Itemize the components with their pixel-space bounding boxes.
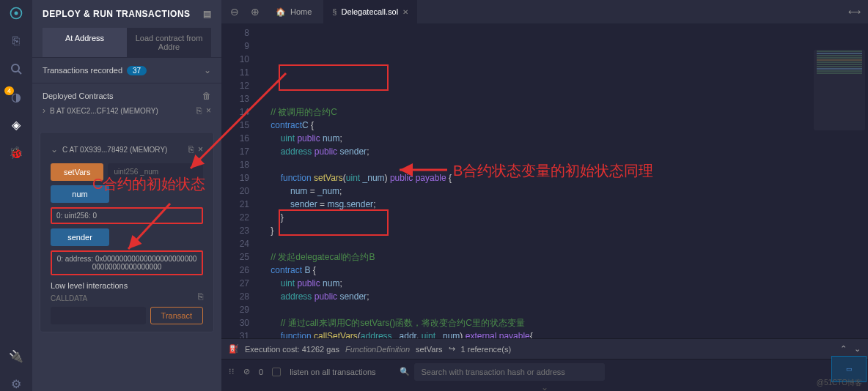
panel-title-text: DEPLOY & RUN TRANSACTIONS bbox=[43, 9, 191, 19]
def-kind: FunctionDefinition bbox=[345, 345, 410, 354]
left-icon-rail: ⎘ 4◑ ◈ 🐞 🔌 ⚙ bbox=[0, 0, 32, 391]
contract-c-row[interactable]: ⌄ C AT 0X939...78492 (MEMORY) ⎘ × bbox=[51, 140, 203, 159]
chevron-down-icon[interactable]: ⌄ bbox=[854, 344, 861, 354]
debugger-icon[interactable]: 🐞 bbox=[9, 145, 23, 160]
code-content[interactable]: // 被调用的合约C contractC { uint public num; … bbox=[257, 23, 868, 338]
num-result: 0: uint256: 0 bbox=[51, 207, 203, 224]
line-gutter: 8910111213141516171819202122232425262728… bbox=[221, 23, 257, 338]
terminal-menu-icon[interactable]: ⁝⁝ bbox=[229, 367, 235, 376]
execution-cost: Execution cost: 41262 gas bbox=[245, 345, 339, 354]
references-count[interactable]: 1 reference(s) bbox=[461, 345, 511, 354]
tab-home[interactable]: 🏠Home bbox=[267, 0, 320, 23]
expand-icon[interactable]: ⟷ bbox=[848, 7, 861, 17]
zoom-in-icon[interactable]: ⊕ bbox=[246, 6, 264, 18]
minimap[interactable] bbox=[814, 50, 865, 130]
copy-icon[interactable]: ⎘ bbox=[188, 144, 194, 154]
listen-checkbox[interactable] bbox=[272, 368, 281, 376]
panel-title: DEPLOY & RUN TRANSACTIONS ▤ bbox=[32, 0, 221, 28]
chevron-up-icon[interactable]: ⌃ bbox=[840, 344, 847, 354]
tab-file[interactable]: §Delegatecall.sol✕ bbox=[323, 0, 417, 23]
tab-home-label: Home bbox=[290, 7, 312, 16]
setvars-input[interactable]: uint256 _num bbox=[108, 163, 203, 181]
sender-result: 0: address: 0x00000000000000000000000000… bbox=[51, 250, 203, 275]
terminal-bar: ⁝⁝ ⊘ 0 listen on all transactions 🔍 bbox=[221, 359, 868, 384]
drag-handle[interactable]: ⌄ bbox=[221, 384, 868, 391]
address-tabs: At Address Load contract from Addre bbox=[43, 28, 211, 57]
execution-bar: ⛽ Execution cost: 41262 gas FunctionDefi… bbox=[221, 338, 868, 359]
deploy-run-panel: DEPLOY & RUN TRANSACTIONS ▤ At Address L… bbox=[32, 0, 221, 391]
tab-at-address[interactable]: At Address bbox=[43, 28, 127, 57]
warning-badge: 4 bbox=[4, 86, 14, 95]
num-button[interactable]: num bbox=[51, 185, 109, 203]
low-level-label: Low level interactions bbox=[51, 281, 203, 290]
files-icon[interactable]: ⎘ bbox=[9, 34, 23, 48]
deploy-icon[interactable]: ◈ bbox=[9, 117, 23, 132]
annotation-box-c-vars bbox=[279, 64, 389, 91]
redo-icon[interactable]: ↪ bbox=[449, 344, 455, 354]
search-icon[interactable]: 🔍 bbox=[400, 367, 410, 376]
chevron-right-icon[interactable]: › bbox=[43, 105, 45, 116]
book-icon[interactable]: ▤ bbox=[203, 9, 212, 19]
listen-label: listen on all transactions bbox=[290, 368, 375, 376]
transactions-label: Transactions recorded bbox=[43, 66, 122, 75]
contract-b-row[interactable]: › B AT 0XEC2...CF142 (MEMORY) ⎘ × bbox=[43, 101, 211, 120]
close-icon[interactable]: ✕ bbox=[402, 8, 408, 16]
zoom-out-icon[interactable]: ⊖ bbox=[226, 6, 243, 18]
settings-icon[interactable]: ⚙ bbox=[9, 376, 23, 391]
editor-tabbar: ⊖ ⊕ 🏠Home §Delegatecall.sol✕ ⟷ bbox=[221, 0, 868, 23]
gas-icon: ⛽ bbox=[229, 344, 239, 354]
logo-icon[interactable] bbox=[9, 6, 23, 21]
calldata-label: CALLDATA bbox=[51, 294, 87, 302]
copy-icon[interactable]: ⎘ bbox=[198, 291, 203, 302]
chevron-down-icon[interactable]: ⌄ bbox=[204, 65, 211, 75]
deployed-contracts-label: Deployed Contracts bbox=[43, 92, 114, 100]
setvars-button[interactable]: setVars bbox=[51, 163, 103, 181]
code-editor[interactable]: 8910111213141516171819202122232425262728… bbox=[221, 23, 868, 338]
tab-file-label: Delegatecall.sol bbox=[341, 7, 398, 16]
search-icon[interactable] bbox=[9, 62, 23, 76]
transactions-count: 37 bbox=[127, 66, 147, 75]
close-icon[interactable]: × bbox=[206, 105, 211, 116]
plugin-icon[interactable]: 🔌 bbox=[9, 349, 23, 363]
sender-button[interactable]: sender bbox=[51, 228, 109, 246]
copy-icon[interactable]: ⎘ bbox=[196, 105, 202, 116]
def-name: setVars bbox=[416, 345, 442, 354]
calldata-input[interactable] bbox=[51, 307, 146, 324]
tab-load-contract[interactable]: Load contract from Addre bbox=[127, 28, 211, 57]
svg-point-1 bbox=[15, 12, 18, 15]
contract-b-label: B AT 0XEC2...CF142 (MEMORY) bbox=[50, 107, 192, 115]
trash-icon[interactable]: 🗑 bbox=[202, 91, 211, 101]
svg-point-2 bbox=[12, 64, 19, 72]
compiler-icon[interactable]: 4◑ bbox=[9, 89, 23, 104]
pending-count: 0 bbox=[259, 368, 263, 376]
transactions-recorded-row[interactable]: Transactions recorded37 ⌄ bbox=[43, 65, 211, 75]
watermark: @51CTO博客 bbox=[817, 378, 862, 388]
transact-button[interactable]: Transact bbox=[150, 307, 203, 324]
close-icon[interactable]: × bbox=[198, 144, 203, 154]
ban-icon[interactable]: ⊘ bbox=[243, 367, 250, 376]
chevron-down-icon[interactable]: ⌄ bbox=[51, 144, 58, 154]
contract-c-label: C AT 0X939...78492 (MEMORY) bbox=[62, 146, 184, 154]
tx-search-input[interactable] bbox=[414, 363, 605, 381]
main-area: ⊖ ⊕ 🏠Home §Delegatecall.sol✕ ⟷ 891011121… bbox=[221, 0, 868, 391]
